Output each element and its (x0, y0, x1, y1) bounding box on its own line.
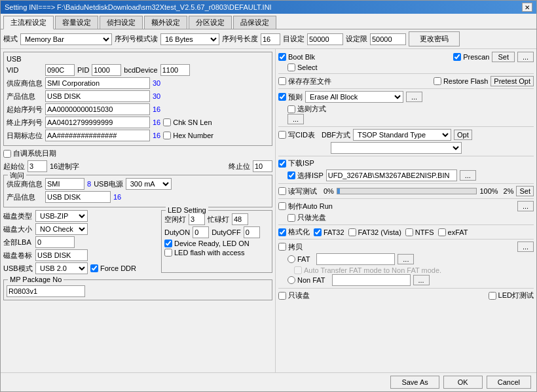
end-pos-input[interactable] (253, 160, 272, 172)
set-button-1[interactable]: Set (492, 52, 515, 62)
auto-run-checkbox[interactable] (278, 202, 286, 210)
start-serial-row: 起始序列号 16 (7, 103, 269, 115)
bytes-select[interactable]: 16 Bytes (160, 33, 219, 45)
isp-file-input[interactable] (326, 169, 457, 181)
disk-type-select[interactable]: USB-ZIP (35, 210, 88, 222)
read-write-checkbox[interactable] (278, 187, 286, 195)
start-serial-input[interactable] (45, 103, 150, 115)
vendor-input[interactable] (45, 77, 150, 89)
auto-date-checkbox[interactable] (3, 150, 11, 158)
format-checkbox[interactable] (278, 228, 286, 236)
exfat-label: exFAT (438, 228, 468, 236)
mode-select[interactable]: Memory Bar (20, 33, 112, 45)
tab-main-flow[interactable]: 主流程设定 (3, 16, 54, 29)
fat32-checkbox[interactable] (314, 228, 322, 236)
tab-quality[interactable]: 品保设定 (233, 16, 276, 29)
disk-size-select[interactable]: NO Check (35, 223, 88, 235)
tsop-select[interactable]: TSOP Standard Type (353, 129, 451, 141)
auto-run-dots-button[interactable]: ... (517, 201, 534, 211)
auto-transfer-checkbox[interactable] (294, 266, 302, 274)
serial-length-input[interactable] (261, 33, 280, 45)
copy-dots-button[interactable]: ... (517, 241, 534, 252)
limit-input[interactable] (307, 33, 343, 45)
set-button-2[interactable]: Set (516, 186, 534, 196)
tab-bar: 主流程设定 容量设定 侦扫设定 额外设定 分区设定 品保设定 (1, 14, 536, 29)
busy-input[interactable] (232, 213, 248, 225)
pid-input[interactable] (92, 64, 121, 76)
usb-group: USB VID PID bcdDevice 供应商信息 30 产品信息 (3, 52, 272, 146)
download-isp-checkbox[interactable] (278, 160, 286, 168)
disk-led-row: 磁盘类型 USB-ZIP 磁盘大小 NO Check 全部LBA (3, 210, 272, 276)
dots-button-2[interactable]: ... (406, 92, 422, 102)
select-isp-checkbox[interactable] (287, 171, 295, 179)
preset-checkbox[interactable] (278, 93, 286, 101)
volume-input[interactable] (35, 249, 88, 261)
fat32-vista-checkbox[interactable] (348, 228, 356, 236)
select-method-checkbox[interactable] (287, 105, 295, 113)
exfat-checkbox[interactable] (438, 228, 446, 236)
full-lba-input[interactable] (35, 236, 75, 248)
hex-number-checkbox[interactable] (163, 132, 171, 139)
force-ddr-checkbox[interactable] (90, 264, 98, 272)
inquiry-vendor-input[interactable] (45, 178, 84, 190)
select-checkbox[interactable] (287, 63, 295, 71)
read-only-checkbox[interactable] (278, 292, 286, 300)
non-fat-dots-button[interactable]: ... (413, 275, 430, 285)
chk-sn-len-checkbox[interactable] (163, 118, 171, 126)
prescan-checkbox[interactable] (453, 53, 461, 61)
change-password-button[interactable]: 更改密码 (409, 31, 460, 46)
erase-select[interactable]: Erase All Block (305, 91, 403, 103)
usb-mode-select[interactable]: USB 2.0 (35, 262, 88, 274)
tab-capacity[interactable]: 容量设定 (55, 16, 98, 29)
progress-bar (337, 188, 477, 194)
ntfs-checkbox[interactable] (405, 228, 413, 236)
vid-input[interactable] (45, 64, 75, 76)
duty-off-input[interactable] (244, 226, 260, 238)
device-ready-checkbox[interactable] (164, 240, 172, 247)
non-fat-radio[interactable] (287, 276, 295, 284)
cid-extra-select[interactable] (331, 142, 462, 154)
save-to-file-checkbox[interactable] (278, 77, 286, 85)
idle-input[interactable] (189, 213, 205, 225)
bcd-input[interactable] (160, 64, 190, 76)
dots-button-1[interactable]: ... (517, 52, 534, 62)
isp-browse-button[interactable]: ... (460, 170, 476, 181)
dots-button-3[interactable]: ... (287, 114, 304, 124)
volume-label: 磁盘卷标 (3, 251, 33, 260)
restore-flash-checkbox[interactable] (434, 77, 441, 85)
full-lba-row: 全部LBA (3, 236, 158, 248)
usb-power-select[interactable]: 300 mA (126, 178, 172, 190)
inquiry-product-input[interactable] (45, 191, 111, 203)
fat-radio[interactable] (287, 255, 295, 263)
non-fat-text: Non FAT (297, 276, 325, 284)
limit-value-input[interactable] (370, 33, 406, 45)
end-serial-num: 16 (153, 118, 160, 126)
led-test-checkbox[interactable] (489, 292, 496, 300)
cancel-button[interactable]: Cancel (487, 376, 531, 389)
tab-extra[interactable]: 额外设定 (144, 16, 187, 29)
opt-button[interactable]: Opt (454, 130, 472, 140)
pretest-opt-button[interactable]: Pretest Opt (491, 76, 534, 86)
auto-transfer-text: Auto Transfer FAT mode to Non FAT mode. (304, 266, 441, 274)
bcd-label: bcdDevice (124, 66, 157, 74)
tab-partition[interactable]: 分区设定 (189, 16, 232, 29)
product-input[interactable] (45, 90, 150, 102)
non-fat-input[interactable] (332, 274, 411, 286)
copy-checkbox[interactable] (278, 243, 286, 251)
start-pos-input[interactable] (28, 160, 47, 172)
fat-dots-button[interactable]: ... (398, 254, 414, 264)
date-input[interactable] (45, 130, 150, 141)
save-as-button[interactable]: Save As (390, 376, 439, 389)
only-cd-checkbox[interactable] (287, 214, 295, 222)
boot-blk-checkbox[interactable] (278, 53, 286, 61)
ok-button[interactable]: OK (443, 376, 483, 389)
led-flash-checkbox[interactable] (164, 249, 172, 257)
inquiry-product-row: 产品信息 16 (7, 191, 269, 203)
duty-on-input[interactable] (193, 226, 209, 238)
close-button[interactable]: ✕ (522, 3, 532, 12)
fat-input[interactable] (316, 253, 395, 265)
write-cid-checkbox[interactable] (278, 131, 286, 139)
end-serial-input[interactable] (45, 116, 150, 128)
mp-package-input[interactable] (7, 285, 85, 297)
tab-scan[interactable]: 侦扫设定 (100, 16, 143, 29)
